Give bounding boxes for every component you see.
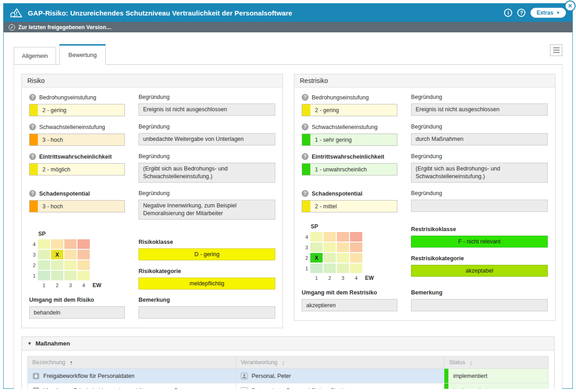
matrix-cell[interactable]: X <box>51 250 63 259</box>
rating-select[interactable]: 2 - gering <box>302 104 397 116</box>
status-badge: implementiert <box>448 383 487 389</box>
begruendung-input[interactable]: Negative Innenwirkung, zum Beispiel Demo… <box>139 200 275 220</box>
field-help-icon[interactable]: ? <box>302 94 309 101</box>
layout-toggle-button[interactable] <box>550 44 562 56</box>
table-row[interactable]: Freigabeworkflow für Personaldaten Perso… <box>28 369 549 383</box>
matrix-cell[interactable] <box>350 242 362 252</box>
field-label: Schadenspotential <box>312 191 362 197</box>
measure-icon <box>32 387 40 389</box>
rating-value: 2 - mittel <box>310 201 397 212</box>
matrix-cell[interactable] <box>337 253 349 263</box>
begruendung-input[interactable]: (Ergibt sich aus Bedrohungs- und Schwach… <box>411 163 548 183</box>
bemerkung-input[interactable] <box>411 299 548 311</box>
umgang-select[interactable]: behandeln <box>29 306 125 319</box>
matrix-cell[interactable] <box>324 263 336 273</box>
matrix-cell[interactable] <box>77 239 90 249</box>
matrix-cell[interactable] <box>64 271 77 280</box>
matrix-cell[interactable]: X <box>310 253 323 263</box>
field-label: Begründung <box>139 153 275 160</box>
rating-select[interactable]: 2 - mittel <box>302 200 397 212</box>
begruendung-input[interactable]: (Ergibt sich aus Bedrohungs- und Schwach… <box>139 163 275 183</box>
umgang-select[interactable]: akzeptieren <box>302 299 397 311</box>
matrix-cell[interactable] <box>64 250 77 259</box>
extras-button[interactable]: Extras ▼ <box>530 8 566 18</box>
matrix-cell[interactable] <box>77 250 90 259</box>
restrisikoklasse-bar: F - nicht relevant <box>411 236 548 248</box>
bezeichnung-cell[interactable]: Freigabeworkflow für Personaldaten <box>28 369 236 383</box>
risk-class-block: Restrisikoklasse F - nicht relevant Rest… <box>411 226 548 277</box>
matrix-cell[interactable] <box>350 253 362 263</box>
tab-allgemein[interactable]: Allgemein <box>14 47 56 64</box>
matrix-cell[interactable] <box>337 232 349 242</box>
matrix-cell[interactable] <box>310 232 323 242</box>
verantwortung-cell: Personal, Peter <box>236 369 444 383</box>
field-help-icon[interactable]: ? <box>302 153 309 160</box>
field-bedrohungseinstufung: ? Bedrohungseinstufung 2 - gering <box>302 94 397 116</box>
matrix-col-label: 3 <box>64 283 77 288</box>
rating-select[interactable]: 2 - gering <box>29 104 125 116</box>
column-header-status[interactable]: Status ▲▼ <box>444 356 549 369</box>
matrix-cell[interactable] <box>51 239 63 249</box>
collapse-icon[interactable]: ▼ <box>27 341 32 346</box>
field-bemerkung: Bemerkung <box>411 289 548 311</box>
tab-bewertung[interactable]: Bewertung <box>59 44 106 65</box>
rating-select[interactable]: 3 - hoch <box>29 134 125 146</box>
matrix-cell[interactable] <box>77 260 90 270</box>
person-icon <box>241 372 248 380</box>
matrix-cell[interactable] <box>64 260 77 270</box>
matrix-cell[interactable] <box>324 242 336 252</box>
matrix-cell[interactable] <box>38 271 50 280</box>
begruendung-input[interactable]: unbedachte Weitergabe von Unterlagen <box>139 133 275 145</box>
column-header-bezeichnung[interactable]: Bezeichnung ▲▼ <box>28 356 236 369</box>
matrix-cell[interactable] <box>51 271 63 280</box>
matrix-cell[interactable] <box>310 242 323 252</box>
matrix-cell[interactable] <box>64 239 77 249</box>
rating-value: 2 - möglich <box>38 164 124 175</box>
field-begruendung: Begründung durch Maßnahmen <box>411 124 548 145</box>
matrix-cell[interactable] <box>38 260 50 270</box>
rating-select[interactable]: 3 - hoch <box>29 200 125 212</box>
help-icon[interactable]: ? <box>517 9 525 17</box>
version-link[interactable]: ✓ Zur letzten freigegebenen Version… <box>4 22 572 32</box>
rating-select[interactable]: 1 - unwahrscheinlich <box>302 163 397 175</box>
table-row[interactable]: Vier-Augen-Prinzip bei besonders schütze… <box>28 383 549 389</box>
rating-select[interactable]: 1 - sehr gering <box>302 134 397 146</box>
begruendung-input[interactable]: Ereignis ist nicht ausgeschlossen <box>139 103 275 116</box>
info-icon[interactable]: i <box>504 9 512 17</box>
field-help-icon[interactable]: ? <box>302 124 309 130</box>
matrix-cell[interactable] <box>77 271 90 280</box>
risk-matrix: SP 432X11234EW <box>302 223 374 282</box>
begruendung-input[interactable]: Ereignis ist nicht ausgeschlossen <box>411 103 548 116</box>
matrix-cell[interactable] <box>337 263 349 273</box>
rating-value: 2 - gering <box>38 104 124 116</box>
field-help-icon[interactable]: ? <box>29 124 36 130</box>
matrix-row-label: 2 <box>29 263 36 268</box>
rating-select[interactable]: 2 - möglich <box>29 163 125 175</box>
bemerkung-input[interactable] <box>139 306 275 319</box>
field-help-icon[interactable]: ? <box>29 94 36 101</box>
begruendung-input[interactable] <box>411 200 548 212</box>
matrix-cell[interactable] <box>38 250 50 259</box>
field-help-icon[interactable]: ? <box>302 190 309 197</box>
field-bemerkung: Bemerkung <box>139 297 275 319</box>
column-header-verantwortung[interactable]: Verantwortung ▲▼ <box>236 356 444 369</box>
field-schadenspotential: ? Schadenspotential 3 - hoch <box>29 190 125 212</box>
rating-swatch <box>30 164 38 175</box>
matrix-cell[interactable] <box>350 232 362 242</box>
field-help-icon[interactable]: ? <box>29 153 36 160</box>
field-label: Schwachstelleneinstufung <box>312 124 378 130</box>
close-icon[interactable]: ✕ <box>565 0 576 11</box>
field-help-icon[interactable]: ? <box>29 190 36 197</box>
matrix-cell[interactable] <box>324 232 336 242</box>
matrix-cell[interactable] <box>350 263 362 273</box>
field-label: Bedrohungseinstufung <box>312 94 369 101</box>
matrix-cell[interactable] <box>310 263 323 273</box>
matrix-cell[interactable] <box>324 253 336 263</box>
bezeichnung-cell[interactable]: Vier-Augen-Prinzip bei besonders schütze… <box>28 383 236 389</box>
matrix-cell[interactable] <box>38 239 50 249</box>
matrix-col-label: 4 <box>77 283 90 288</box>
matrix-cell[interactable] <box>337 242 349 252</box>
begruendung-input[interactable]: durch Maßnahmen <box>411 133 548 145</box>
field-label: Schwachstelleneinstufung <box>39 124 105 130</box>
matrix-cell[interactable] <box>51 260 63 270</box>
